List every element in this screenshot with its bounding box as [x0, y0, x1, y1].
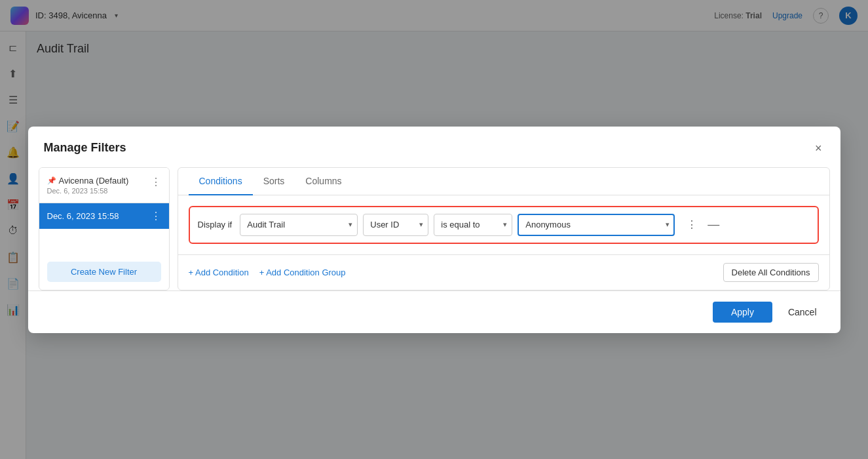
- apply-button[interactable]: Apply: [713, 302, 772, 323]
- operator-select[interactable]: is equal to is not equal to contains is …: [434, 214, 512, 236]
- conditions-footer: + Add Condition + Add Condition Group De…: [178, 254, 829, 290]
- create-new-filter-button[interactable]: Create New Filter: [47, 262, 161, 282]
- value-select[interactable]: Anonymous Admin User: [518, 214, 675, 236]
- condition-menu-button[interactable]: ⋮: [683, 216, 701, 233]
- modal-overlay: Manage Filters × 📌 Avicenna (Default) De…: [0, 0, 868, 459]
- filter-default-menu-icon[interactable]: ⋮: [151, 176, 161, 188]
- filter-active-date: Dec. 6, 2023 15:58: [47, 211, 119, 221]
- add-condition-group-button[interactable]: + Add Condition Group: [259, 268, 346, 277]
- filter-active-menu-icon[interactable]: ⋮: [151, 210, 161, 222]
- modal-header: Manage Filters ×: [28, 127, 840, 167]
- filter-item-default[interactable]: 📌 Avicenna (Default) Dec. 6, 2023 15:58 …: [39, 168, 169, 203]
- filter-editor: Conditions Sorts Columns Display if: [178, 167, 830, 290]
- display-if-label: Display if: [198, 220, 233, 230]
- value-select-wrapper: Anonymous Admin User: [518, 214, 675, 236]
- add-condition-button[interactable]: + Add Condition: [189, 268, 249, 277]
- tab-columns[interactable]: Columns: [295, 168, 352, 195]
- manage-filters-modal: Manage Filters × 📌 Avicenna (Default) De…: [28, 127, 840, 333]
- condition-row: Display if Audit Trail User ID Date Acti…: [189, 206, 819, 244]
- tab-sorts[interactable]: Sorts: [253, 168, 295, 195]
- cancel-button[interactable]: Cancel: [780, 302, 825, 323]
- filter-item-default-info: 📌 Avicenna (Default) Dec. 6, 2023 15:58: [47, 176, 129, 195]
- filter-list-spacer: [39, 229, 169, 254]
- modal-footer: Apply Cancel: [28, 290, 840, 333]
- condition-actions: ⋮ —: [683, 215, 723, 234]
- remove-condition-button[interactable]: —: [704, 215, 723, 234]
- table-select-wrapper: Audit Trail: [240, 214, 358, 236]
- footer-left: + Add Condition + Add Condition Group: [189, 268, 346, 277]
- tab-conditions[interactable]: Conditions: [189, 168, 253, 195]
- filter-item-default-date: Dec. 6, 2023 15:58: [47, 187, 129, 195]
- filter-list: 📌 Avicenna (Default) Dec. 6, 2023 15:58 …: [39, 167, 170, 290]
- modal-body: 📌 Avicenna (Default) Dec. 6, 2023 15:58 …: [28, 167, 840, 290]
- modal-title: Manage Filters: [44, 141, 126, 155]
- tab-bar: Conditions Sorts Columns: [178, 168, 829, 195]
- close-icon[interactable]: ×: [812, 140, 825, 157]
- delete-all-conditions-button[interactable]: Delete All Conditions: [723, 263, 819, 282]
- conditions-area: Display if Audit Trail User ID Date Acti…: [178, 195, 829, 254]
- filter-item-default-name: 📌 Avicenna (Default): [47, 176, 129, 186]
- pin-icon: 📌: [47, 176, 56, 185]
- operator-select-wrapper: is equal to is not equal to contains is …: [434, 214, 512, 236]
- filter-item-active[interactable]: Dec. 6, 2023 15:58 ⋮: [39, 203, 169, 229]
- field-select[interactable]: User ID Date Action Record: [363, 214, 428, 236]
- table-select[interactable]: Audit Trail: [240, 214, 358, 236]
- field-select-wrapper: User ID Date Action Record: [363, 214, 428, 236]
